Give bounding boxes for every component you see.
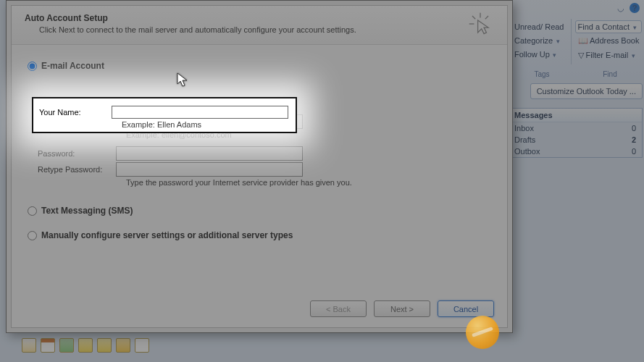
radio-sms-input[interactable] (28, 206, 37, 216)
ribbon-right-section: ◡ ? Unread/ Read Categorize ▾ Follow Up … (508, 0, 644, 80)
chevron-down-icon: ▾ (631, 24, 637, 31)
messages-panel: Messages Inbox0 Drafts2 Outbox0 (508, 108, 643, 158)
chevron-down-icon: ▾ (630, 52, 635, 59)
outlook-today-right-panel: Customize Outlook Today ... Messages Inb… (508, 83, 643, 158)
messages-header: Messages (509, 109, 642, 122)
your-name-input[interactable] (112, 106, 288, 119)
dialog-header: Auto Account Setup Click Next to connect… (12, 6, 507, 45)
password-input[interactable] (116, 146, 303, 161)
wizard-cursor-icon (468, 12, 493, 36)
shortcuts-icon[interactable] (135, 338, 149, 353)
svg-line-3 (485, 16, 488, 19)
your-name-hint: Example: Ellen Adams (122, 120, 290, 129)
retype-password-field-row: Retype Password: (38, 162, 491, 177)
svg-line-2 (472, 16, 475, 19)
ribbon-group-find: Find a Contact ▾ 📖 Address Book ▽ Filter… (572, 19, 645, 64)
messages-row-drafts[interactable]: Drafts2 (509, 134, 642, 146)
window-caption-buttons: ◡ ? (614, 3, 640, 13)
notes-icon[interactable] (97, 338, 112, 353)
cancel-button[interactable]: Cancel (438, 300, 494, 317)
ribbon-group-label-tags: Tags (508, 70, 576, 78)
navigation-bar (22, 336, 149, 355)
your-name-label: Your Name: (39, 108, 112, 117)
minimize-ribbon-icon[interactable]: ◡ (617, 4, 624, 12)
password-field-row: Password: (38, 146, 491, 161)
address-book-button[interactable]: 📖 Address Book (575, 34, 643, 48)
ribbon-group-label-find: Find (576, 70, 644, 78)
chevron-down-icon: ▾ (551, 51, 557, 59)
watermark-icon (466, 316, 499, 349)
tasks-icon[interactable] (78, 338, 93, 353)
dialog-subtitle: Click Next to connect to the mail server… (39, 25, 494, 34)
ribbon-group-tags: Unread/ Read Categorize ▾ Follow Up ▾ (508, 19, 572, 64)
password-label: Password: (38, 149, 116, 158)
back-button[interactable]: < Back (310, 300, 367, 317)
radio-manual[interactable]: Manually configure server settings or ad… (28, 230, 491, 240)
radio-sms[interactable]: Text Messaging (SMS) (28, 206, 491, 216)
messages-row-inbox[interactable]: Inbox0 (509, 122, 642, 134)
retype-password-label: Retype Password: (38, 165, 116, 174)
categorize-button[interactable]: Categorize ▾ (511, 34, 567, 47)
mail-icon[interactable] (22, 338, 36, 353)
help-icon[interactable]: ? (630, 3, 640, 13)
chevron-down-icon: ▾ (554, 38, 560, 45)
filter-email-button[interactable]: ▽ Filter E-mail ▾ (575, 49, 643, 62)
your-name-field-row: Your Name: (39, 106, 290, 119)
radio-email-account[interactable]: E-mail Account (28, 61, 491, 71)
password-hint: Type the password your Internet service … (126, 178, 491, 187)
folders-icon[interactable] (116, 338, 130, 353)
dialog-title: Auto Account Setup (25, 13, 494, 23)
customize-outlook-today-button[interactable]: Customize Outlook Today ... (530, 83, 643, 99)
your-name-spotlight: Your Name: Example: Ellen Adams (32, 97, 297, 133)
retype-password-input[interactable] (116, 162, 303, 177)
radio-manual-input[interactable] (28, 231, 37, 240)
unread-read-button[interactable]: Unread/ Read (511, 20, 567, 33)
next-button[interactable]: Next > (374, 300, 430, 317)
dialog-button-bar: < Back Next > Cancel (310, 300, 494, 317)
add-account-dialog: Auto Account Setup Click Next to connect… (6, 0, 513, 333)
calendar-icon[interactable] (41, 338, 55, 353)
people-icon[interactable] (59, 338, 74, 353)
radio-email-account-input[interactable] (28, 62, 37, 71)
follow-up-button[interactable]: Follow Up ▾ (511, 48, 567, 61)
find-contact-input[interactable]: Find a Contact ▾ (575, 20, 643, 33)
messages-row-outbox[interactable]: Outbox0 (509, 146, 642, 157)
